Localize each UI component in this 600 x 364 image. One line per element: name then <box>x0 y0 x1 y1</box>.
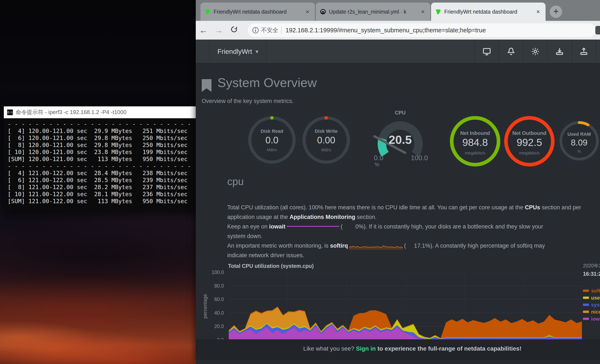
gauge-value: 0.0 <box>245 135 299 146</box>
tab-strip: FriendlyWrt netdata dashboard × Update r… <box>196 0 600 21</box>
cpu-paragraph-line: system down. <box>227 233 600 240</box>
settings-button[interactable] <box>523 40 547 63</box>
legend-swatch <box>583 289 589 292</box>
host-name: FriendlyWrt <box>217 48 252 56</box>
tab-title: FriendlyWrt netdata dashboard <box>444 9 532 15</box>
tab-close-icon[interactable]: × <box>304 8 311 15</box>
text: application usage at the <box>227 214 290 220</box>
tab-github[interactable]: Update r2s_lean_minimal.yml · k × <box>316 2 430 21</box>
site-security-label[interactable]: 不安全 <box>261 26 278 34</box>
chart-title: Total CPU utilization (system.cpu) <box>228 263 314 269</box>
tab-friendlywrt-2-active[interactable]: FriendlyWrt netdata dashboard × <box>431 2 545 21</box>
tab-separator <box>315 6 315 17</box>
forward-icon[interactable]: → <box>211 26 226 35</box>
disk-write-dot <box>324 116 328 120</box>
help-button[interactable] <box>596 40 600 63</box>
applications-monitoring-link[interactable]: Applications Monitoring <box>290 214 355 220</box>
cpu-paragraph-line: Total CPU utilization (all cores). 100% … <box>227 204 600 211</box>
chart-legend: 2020年3 16:31:2 softirqusersystemniceiowa… <box>583 262 600 322</box>
ytick-label: 100.0 <box>212 270 224 275</box>
ytick-label: 20.0 <box>214 324 224 329</box>
chart-legend-items: softirqusersystemniceiowait <box>583 287 600 322</box>
terminal-titlebar[interactable]: C:\ 命令提示符 - iperf3 -c 192.168.1.2 -P4 -t… <box>4 106 206 118</box>
tab-close-icon[interactable]: × <box>420 8 426 15</box>
legend-item-nice[interactable]: nice <box>583 308 600 315</box>
gauge-units: % <box>557 149 600 154</box>
import-icon <box>555 47 564 56</box>
display-button[interactable] <box>474 40 499 63</box>
chart-yticks: 100.080.060.040.020.00.0 <box>196 272 225 343</box>
chevron-down-icon: ▾ <box>255 48 258 55</box>
tab-friendlywrt-1[interactable]: FriendlyWrt netdata dashboard × <box>200 2 315 21</box>
disk-read-dot <box>270 116 274 120</box>
reload-icon[interactable] <box>226 26 242 35</box>
legend-label: system <box>591 302 600 308</box>
gauge-units: MiB/s <box>299 148 353 152</box>
bookmark-icon <box>202 79 212 92</box>
gauge-units: MiB/s <box>245 148 299 152</box>
omnibox-separator <box>281 26 282 34</box>
page-subtitle: Overview of the key system metrics. <box>202 98 294 104</box>
sign-in-link[interactable]: Sign in <box>356 345 376 352</box>
gauge-units: megabits/s <box>447 151 504 156</box>
terminal-title: 命令提示符 - iperf3 -c 192.168.1.2 -P4 -t1000 <box>16 109 126 116</box>
legend-label: softirq <box>591 288 600 294</box>
cpu-paragraph-line: An important metric worth monitoring, is… <box>227 243 600 250</box>
gauge-disk-write[interactable]: Disk Write 0.00 MiB/s <box>299 113 353 167</box>
gauge-used-ram[interactable]: Used RAM 8.09 % <box>557 118 600 163</box>
cpu-paragraph-line: Keep an eye on iowait( 0%). If it is con… <box>227 223 600 230</box>
legend-label: nice <box>591 309 600 315</box>
export-button[interactable] <box>572 40 596 63</box>
gauge-title: Net Inbound <box>447 130 504 136</box>
gauge-disk-read[interactable]: Disk Read 0.0 MiB/s <box>245 113 299 167</box>
legend-item-user[interactable]: user <box>583 294 600 301</box>
legend-item-iowait[interactable]: iowait <box>583 315 600 322</box>
legend-swatch <box>583 318 589 320</box>
alarms-button[interactable] <box>499 40 523 63</box>
github-logo-icon <box>320 9 326 15</box>
gauge-net-outbound[interactable]: Net Outbound 992.5 megabits/s <box>501 113 558 170</box>
gauge-value: 0.00 <box>299 135 353 146</box>
cpu-utilization-chart[interactable] <box>229 272 582 340</box>
iowait-label: iowait <box>269 223 286 230</box>
gauge-min: 0.0 <box>374 154 383 162</box>
text: Keep an eye on <box>227 223 269 230</box>
ytick-label: 60.0 <box>214 297 224 302</box>
ytick-label: 80.0 <box>214 283 224 289</box>
browser-window: FriendlyWrt netdata dashboard × Update r… <box>196 0 600 361</box>
text: Like what you see? <box>303 345 356 352</box>
gauge-units: % <box>375 162 379 168</box>
host-dropdown[interactable]: FriendlyWrt ▾ <box>209 40 266 63</box>
gauge-net-inbound[interactable]: Net Inbound 984.8 megabits/s <box>447 113 504 170</box>
legend-item-system[interactable]: system <box>583 301 600 308</box>
display-icon <box>482 47 491 56</box>
gauge-cpu-title: CPU <box>368 110 432 116</box>
legend-label: iowait <box>591 316 600 322</box>
text: Total CPU utilization (all cores). 100% … <box>227 204 525 211</box>
iowait-sparkline <box>287 226 339 227</box>
address-bar[interactable]: 不安全 192.168.2.1:19999/#menu_system_subme… <box>248 23 596 37</box>
ytick-label: 40.0 <box>214 310 224 316</box>
new-tab-button[interactable]: + <box>550 6 562 18</box>
cpu-paragraph-line: indicate network driver issues. <box>227 252 600 259</box>
gauge-value: 8.09 <box>557 138 600 148</box>
back-icon[interactable]: ← <box>196 26 211 35</box>
page-title: System Overview <box>217 75 317 90</box>
chart-date-label: 2020年3 <box>583 262 600 269</box>
bell-icon <box>506 47 516 56</box>
omnibox-right-icon[interactable] <box>595 26 600 35</box>
legend-label: user <box>591 295 600 301</box>
address-url[interactable]: 192.168.2.1:19999/#menu_system_submenu_c… <box>286 27 486 34</box>
info-icon[interactable] <box>252 27 259 34</box>
netdata-logo-icon <box>435 9 441 15</box>
tab-close-icon[interactable]: × <box>535 8 541 15</box>
netdata-navbar: FriendlyWrt ▾ <box>196 40 600 63</box>
gauge-cpu[interactable]: 20.5 0.0 100.0 % <box>368 116 432 167</box>
gauge-units: megabits/s <box>501 151 558 156</box>
legend-item-softirq[interactable]: softirq <box>583 287 600 294</box>
cpus-link[interactable]: CPUs <box>525 204 540 211</box>
iowait-value: ( 0% <box>341 223 364 230</box>
import-button[interactable] <box>547 40 572 63</box>
text: ). A constantly high percentage of softi… <box>430 243 545 249</box>
legend-swatch <box>583 311 589 313</box>
